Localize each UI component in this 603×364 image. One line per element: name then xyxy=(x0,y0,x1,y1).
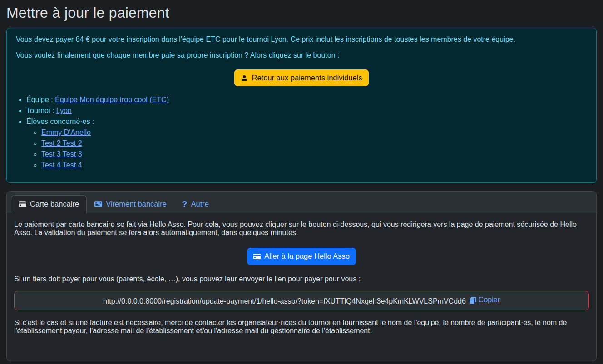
back-button-label: Retour aux paiements individuels xyxy=(252,73,362,83)
student-link[interactable]: Test 3 Test 3 xyxy=(41,150,82,158)
copy-link-button[interactable]: Copier xyxy=(469,296,500,304)
student-link[interactable]: Test 4 Test 4 xyxy=(41,161,82,169)
alert-line1: Vous devez payer 84 € pour votre inscrip… xyxy=(16,35,587,44)
payment-tabs-header: Carte bancaire Virement bancaire ? Autre xyxy=(7,192,596,213)
team-label: Équipe : xyxy=(26,96,55,103)
student-list-item: Test 3 Test 3 xyxy=(41,149,587,160)
student-list-item: Test 2 Test 2 xyxy=(41,138,587,149)
helloasso-intro-text: Le paiement par carte bancaire se fait v… xyxy=(14,221,589,237)
back-to-individual-payments-button[interactable]: Retour aux paiements individuels xyxy=(234,69,368,86)
tournament-link[interactable]: Lyon xyxy=(56,107,72,114)
page-container: Mettre à jour le paiement Vous devez pay… xyxy=(0,0,603,361)
team-link[interactable]: Équipe Mon équipe trop cool (ETC) xyxy=(55,96,169,103)
tab-label: Autre xyxy=(191,200,208,208)
tab-autre[interactable]: ? Autre xyxy=(174,195,217,213)
student-link[interactable]: Emmy D'Anello xyxy=(41,128,91,136)
invoice-instructions-text: Si c'est le cas et si une facture est né… xyxy=(14,319,589,335)
alert-line2: Vous voulez finalement que chaque membre… xyxy=(16,51,587,59)
students-list-item: Élèves concerné·es : Emmy D'Anello Test … xyxy=(26,116,587,171)
payment-link-url: http://0.0.0.0:8000/registration/update-… xyxy=(103,297,466,305)
student-link[interactable]: Test 2 Test 2 xyxy=(41,139,82,147)
payment-methods-card: Carte bancaire Virement bancaire ? Autre… xyxy=(6,191,597,361)
student-list-item: Emmy D'Anello xyxy=(41,127,587,138)
student-list-item: Test 4 Test 4 xyxy=(41,160,587,171)
back-button-row: Retour aux paiements individuels xyxy=(16,69,587,86)
team-list-item: Équipe : Équipe Mon équipe trop cool (ET… xyxy=(26,94,587,105)
card-tab-panel: Le paiement par carte bancaire se fait v… xyxy=(7,213,596,360)
tab-label: Carte bancaire xyxy=(30,200,79,208)
helloasso-button-row: Aller à la page Hello Asso xyxy=(14,248,589,265)
helloasso-page-button[interactable]: Aller à la page Hello Asso xyxy=(247,248,356,265)
person-icon xyxy=(241,74,248,82)
tab-label: Virement bancaire xyxy=(106,200,167,208)
payment-link-box: http://0.0.0.0:8000/registration/update-… xyxy=(14,291,589,310)
tournament-label: Tournoi : xyxy=(26,107,56,114)
credit-card-icon xyxy=(19,200,26,208)
copy-icon xyxy=(469,296,477,304)
helloasso-button-label: Aller à la page Hello Asso xyxy=(264,251,350,261)
students-label: Élèves concerné·es : xyxy=(26,118,94,125)
tab-carte-bancaire[interactable]: Carte bancaire xyxy=(11,195,87,213)
question-mark-icon: ? xyxy=(182,200,188,208)
third-party-text: Si un tiers doit payer pour vous (parent… xyxy=(14,275,589,283)
copy-link-label: Copier xyxy=(479,296,500,304)
students-sub-list: Emmy D'Anello Test 2 Test 2 Test 3 Test … xyxy=(26,127,587,171)
tab-virement-bancaire[interactable]: Virement bancaire xyxy=(87,195,174,213)
payment-info-alert: Vous devez payer 84 € pour votre inscrip… xyxy=(6,28,597,183)
registration-summary-list: Équipe : Équipe Mon équipe trop cool (ET… xyxy=(16,94,587,171)
credit-card-icon xyxy=(253,253,261,260)
tournament-list-item: Tournoi : Lyon xyxy=(26,105,587,116)
bank-card-front-icon xyxy=(94,200,102,208)
page-title: Mettre à jour le paiement xyxy=(6,5,597,21)
